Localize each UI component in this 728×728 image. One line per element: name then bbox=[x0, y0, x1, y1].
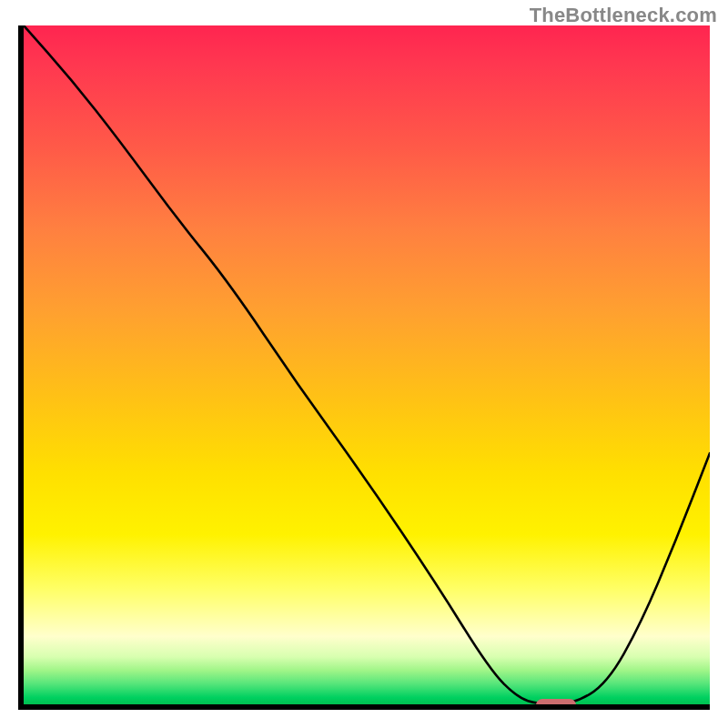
plot-area bbox=[18, 25, 710, 710]
watermark-text: TheBottleneck.com bbox=[530, 4, 717, 27]
bottleneck-curve bbox=[24, 25, 710, 704]
optimal-point-marker bbox=[536, 699, 576, 710]
chart-container: TheBottleneck.com bbox=[0, 0, 728, 728]
